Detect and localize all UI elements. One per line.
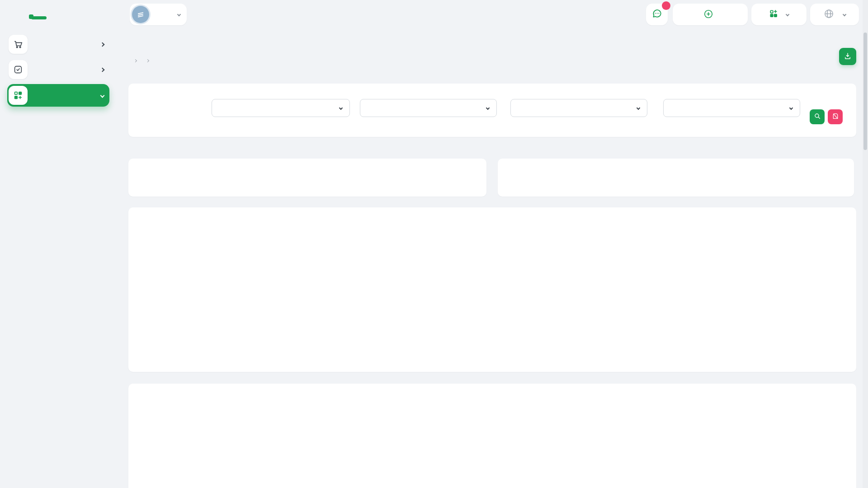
language-selector[interactable] xyxy=(810,4,859,25)
sidebar-main-nav xyxy=(0,33,117,107)
category-select[interactable] xyxy=(360,99,497,117)
profit-area-chart xyxy=(164,230,826,334)
workspace-avatar xyxy=(132,6,149,23)
chevron-right-icon xyxy=(100,67,105,72)
app-logo[interactable] xyxy=(29,8,117,25)
modules-plus-icon xyxy=(9,86,28,105)
workdo-menu-button[interactable] xyxy=(751,4,807,25)
page-scrollbar-thumb[interactable] xyxy=(863,33,867,150)
task-check-icon xyxy=(9,60,28,79)
breadcrumb xyxy=(129,60,154,62)
download-report-button[interactable] xyxy=(839,48,856,65)
chevron-down-icon xyxy=(100,93,105,98)
chevron-down-icon xyxy=(789,106,793,110)
category-filter xyxy=(360,94,497,117)
chevron-down-icon xyxy=(786,13,789,16)
globe-icon xyxy=(824,9,834,21)
download-icon xyxy=(844,52,852,61)
chevron-right-icon xyxy=(134,59,137,62)
filter-panel xyxy=(128,84,856,137)
logo-dash-icon xyxy=(31,16,47,19)
workspace-switcher[interactable] xyxy=(130,4,187,25)
chevron-right-icon xyxy=(146,59,149,62)
plus-circle-icon xyxy=(703,9,713,20)
chevron-down-icon xyxy=(339,106,343,110)
sidebar-item-projects[interactable] xyxy=(7,59,109,80)
vendor-filter xyxy=(663,94,800,117)
messages-button[interactable] xyxy=(646,4,668,25)
grid-plus-icon xyxy=(769,9,778,20)
messages-badge xyxy=(662,1,670,10)
chevron-down-icon xyxy=(637,106,640,110)
chevron-right-icon xyxy=(100,42,105,47)
apply-filter-button[interactable] xyxy=(810,109,825,124)
chevron-down-icon xyxy=(177,13,181,16)
sidebar-item-accounting[interactable] xyxy=(7,84,109,107)
profit-chart-card xyxy=(128,207,856,372)
create-workspace-button[interactable] xyxy=(673,4,748,25)
duration-summary-card xyxy=(498,159,854,197)
year-filter xyxy=(212,94,350,117)
income-expense-table-card xyxy=(128,384,856,488)
sidebar xyxy=(0,0,117,488)
vendor-select[interactable] xyxy=(663,99,800,117)
chat-bubble-icon xyxy=(651,8,663,21)
customer-filter xyxy=(510,94,647,117)
chevron-down-icon xyxy=(486,106,490,110)
cart-icon xyxy=(9,35,28,54)
sidebar-item-purchases[interactable] xyxy=(7,33,109,55)
clear-filter-button[interactable] xyxy=(828,109,843,124)
chevron-down-icon xyxy=(842,13,846,16)
search-icon xyxy=(814,113,821,121)
page-scrollbar-track xyxy=(863,0,868,488)
report-summary-card xyxy=(128,159,486,197)
clear-filter-icon xyxy=(832,113,839,121)
year-select[interactable] xyxy=(212,99,350,117)
customer-select[interactable] xyxy=(510,99,647,117)
